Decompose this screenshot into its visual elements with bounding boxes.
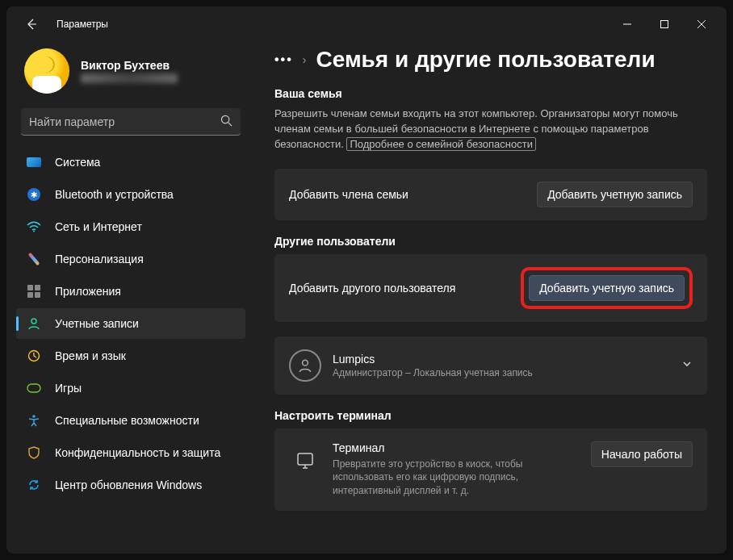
bluetooth-icon: ✱ xyxy=(26,186,42,203)
breadcrumb-ellipsis[interactable]: ••• xyxy=(274,52,293,67)
svg-rect-5 xyxy=(27,384,40,392)
arrow-left-icon xyxy=(25,18,38,31)
add-family-button[interactable]: Добавить учетную запись xyxy=(537,182,693,207)
sidebar-item-label: Центр обновления Windows xyxy=(55,479,202,491)
profile-name: Виктор Бухтеев xyxy=(81,59,178,72)
sidebar-item-gaming[interactable]: Игры xyxy=(16,373,245,403)
search-box[interactable] xyxy=(21,108,241,136)
other-user-card[interactable]: Lumpics Администратор – Локальная учетна… xyxy=(274,336,707,395)
back-button[interactable] xyxy=(16,9,47,40)
sidebar-item-label: Игры xyxy=(55,382,82,395)
wifi-icon xyxy=(26,219,42,235)
terminal-name: Терминал xyxy=(333,441,591,454)
maximize-icon xyxy=(660,20,668,28)
accessibility-icon xyxy=(26,412,42,428)
sidebar-item-apps[interactable]: Приложения xyxy=(16,276,245,307)
svg-point-2 xyxy=(33,231,35,232)
window-title: Параметры xyxy=(57,19,108,30)
others-section-header: Другие пользователи xyxy=(274,235,707,248)
sidebar-item-label: Система xyxy=(55,156,100,169)
minimize-button[interactable] xyxy=(609,11,646,37)
sidebar-item-label: Приложения xyxy=(55,285,121,298)
sidebar-item-label: Конфиденциальность и защита xyxy=(55,446,220,459)
breadcrumb: ••• › Семья и другие пользователи xyxy=(274,47,707,73)
user-role: Администратор – Локальная учетная запись xyxy=(333,367,533,378)
sidebar-item-accounts[interactable]: Учетные записи xyxy=(16,308,245,339)
user-name: Lumpics xyxy=(333,353,533,366)
terminal-card: Терминал Превратите это устройство в кио… xyxy=(274,428,707,511)
family-description: Разрешить членам семьи входить на этот к… xyxy=(274,107,707,153)
sidebar-item-label: Время и язык xyxy=(55,349,126,362)
profile-block[interactable]: Виктор Бухтеев xyxy=(16,45,245,108)
profile-email xyxy=(81,73,178,83)
apps-icon xyxy=(26,283,42,299)
shield-icon xyxy=(26,445,42,461)
terminal-desc: Превратите это устройство в киоск, чтобы… xyxy=(333,458,559,498)
maximize-button[interactable] xyxy=(646,11,683,37)
sidebar-item-update[interactable]: Центр обновления Windows xyxy=(16,470,245,500)
sidebar-item-label: Персонализация xyxy=(55,253,144,265)
family-safety-link[interactable]: Подробнее о семейной безопасности xyxy=(346,137,536,151)
sidebar-item-personalization[interactable]: Персонализация xyxy=(16,244,245,274)
sidebar-item-bluetooth[interactable]: ✱ Bluetooth и устройства xyxy=(16,179,245,210)
sidebar-item-network[interactable]: Сеть и Интернет xyxy=(16,211,245,242)
close-icon xyxy=(697,20,706,28)
system-icon xyxy=(26,154,42,170)
chevron-right-icon: › xyxy=(303,53,307,66)
svg-point-3 xyxy=(31,319,36,324)
svg-point-6 xyxy=(32,415,36,418)
sidebar-item-accessibility[interactable]: Специальные возможности xyxy=(16,405,245,436)
add-other-card: Добавить другого пользователя Добавить у… xyxy=(274,254,707,322)
kiosk-icon xyxy=(289,445,321,477)
close-button[interactable] xyxy=(683,11,720,37)
brush-icon xyxy=(26,251,42,267)
search-input[interactable] xyxy=(29,115,220,128)
clock-icon xyxy=(26,348,42,364)
svg-rect-8 xyxy=(298,453,312,465)
person-icon xyxy=(289,349,321,382)
sidebar-item-label: Bluetooth и устройства xyxy=(55,188,174,201)
page-title: Семья и другие пользователи xyxy=(316,47,655,73)
add-family-card: Добавить члена семьи Добавить учетную за… xyxy=(274,169,707,220)
svg-point-7 xyxy=(303,360,308,366)
add-family-label: Добавить члена семьи xyxy=(289,188,537,201)
add-other-user-button[interactable]: Добавить учетную запись xyxy=(529,275,685,301)
sidebar-item-label: Учетные записи xyxy=(55,317,139,330)
refresh-icon xyxy=(26,477,42,493)
sidebar-item-system[interactable]: Система xyxy=(16,147,245,178)
avatar xyxy=(24,48,69,94)
family-section-header: Ваша семья xyxy=(274,87,707,100)
sidebar-item-privacy[interactable]: Конфиденциальность и защита xyxy=(16,437,245,468)
sidebar-item-label: Сеть и Интернет xyxy=(55,220,142,233)
minimize-icon xyxy=(623,20,631,28)
svg-rect-0 xyxy=(661,21,668,28)
person-icon xyxy=(26,316,42,332)
gamepad-icon xyxy=(26,380,42,396)
sidebar-item-time[interactable]: Время и язык xyxy=(16,341,245,371)
add-other-label: Добавить другого пользователя xyxy=(289,282,521,295)
terminal-start-button[interactable]: Начало работы xyxy=(591,441,693,467)
sidebar-item-label: Специальные возможности xyxy=(55,414,199,427)
svg-point-1 xyxy=(221,115,228,123)
chevron-down-icon[interactable] xyxy=(681,358,693,372)
terminal-section-header: Настроить терминал xyxy=(274,409,707,422)
search-icon xyxy=(220,115,232,129)
highlighted-area: Добавить учетную запись xyxy=(521,267,693,309)
